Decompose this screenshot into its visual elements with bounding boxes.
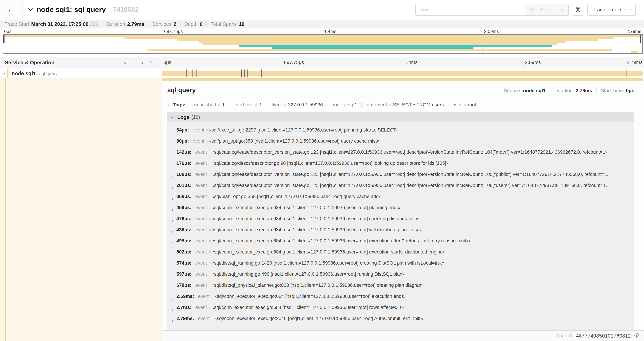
back-button[interactable]: ←	[0, 0, 22, 19]
log-row[interactable]: 678μs:event=‹sql/distsql_physical_planne…	[171, 282, 631, 293]
trace-meta-item: Trace StartMarch 31 2022, 17:25:09.326	[4, 21, 98, 27]
tags-label: Tags:	[173, 102, 186, 108]
top-controls: × ⌘ Trace Timeline	[415, 0, 636, 20]
log-event-tick	[247, 70, 248, 78]
log-row[interactable]: 80μs:event=‹sql/plan_opt.go:358 [nsql1,c…	[171, 138, 631, 149]
minimap-span-bar	[631, 51, 638, 53]
axis-tick-label: 697.75μs	[284, 60, 304, 65]
logs-toggle-header[interactable]: Logs (18)	[168, 112, 634, 122]
log-expand-icon	[171, 286, 173, 289]
log-expand-icon	[171, 209, 173, 211]
log-row[interactable]: 201μs:event=‹sql/catalog/lease/descripto…	[171, 183, 631, 194]
log-event-tick	[246, 70, 246, 78]
log-row[interactable]: 2.79ms:event=‹sql/conn_executor_exec.go:…	[171, 316, 631, 327]
log-row[interactable]: 459μs:event=‹sql/conn_executor_exec.go:6…	[171, 205, 631, 216]
keyboard-shortcuts-button[interactable]: ⌘	[572, 4, 584, 16]
log-row[interactable]: 176μs:event=‹sql/catalog/descs/descripto…	[171, 160, 631, 172]
collapse-one-icon[interactable]	[125, 62, 127, 64]
span-detail-meta: Service:node sql1Duration:2.79msStart Ti…	[504, 88, 634, 93]
span-id-footer: SpanID: 4877749850101760812	[162, 330, 644, 341]
logs-label: Logs	[177, 114, 189, 120]
axis-tick-label: 2.09ms	[484, 29, 499, 34]
trace-minimap: 0μs697.75μs1.4ms2.09ms2.79ms	[0, 29, 644, 54]
view-selector-label: Trace Timeline	[592, 7, 625, 13]
span-collapse-icon[interactable]	[2, 72, 5, 75]
back-arrow-icon: ←	[7, 6, 15, 13]
log-row[interactable]: 2.69ms:event=‹sql/conn_executor_exec.go:…	[171, 293, 631, 305]
trace-meta-item: Total Spans10	[210, 21, 244, 27]
log-expand-icon	[171, 231, 173, 233]
span-service-name: node sql1	[12, 71, 36, 76]
log-expand-icon	[171, 253, 173, 256]
log-row[interactable]: 495μs:event=‹sql/conn_executor_exec.go:6…	[171, 238, 631, 249]
log-row[interactable]: 486μs:event=‹sql/conn_executor_exec.go:6…	[171, 227, 631, 238]
minimap-span-bar	[177, 39, 598, 41]
log-event-tick	[176, 70, 176, 78]
detail-meta-value: node sql1	[523, 88, 546, 93]
span-operation-name: sql query	[39, 71, 58, 76]
meta-divider	[206, 22, 207, 27]
deep-link-icon[interactable]	[633, 333, 639, 339]
span-duration-bar[interactable]	[162, 71, 642, 76]
axis-tick-label: 697.75μs	[164, 29, 183, 34]
meta-divider	[102, 22, 102, 27]
span-row-name-cell[interactable]: node sql1 sql query	[0, 69, 162, 78]
span-row-track[interactable]	[162, 69, 644, 78]
expand-one-icon[interactable]	[133, 62, 135, 64]
log-row[interactable]: 142μs:event=‹sql/catalog/lease/descripto…	[171, 149, 631, 160]
log-row[interactable]: 2.7ms:event=‹sql/conn_executor_exec.go:6…	[171, 305, 631, 316]
meta-divider	[596, 88, 596, 93]
log-expand-icon	[171, 220, 173, 222]
minimap-span-bar	[239, 45, 552, 47]
top-bar: ← node sql1: sql query 7418682 × ⌘ Tr	[0, 0, 644, 20]
log-event-tick	[241, 70, 242, 78]
detail-meta-value: 2.79ms	[576, 88, 592, 93]
span-detail-card: sql query Service:node sql1Duration:2.79…	[167, 81, 634, 339]
log-event-tick	[168, 70, 168, 78]
prev-result-icon[interactable]	[538, 6, 545, 13]
log-row[interactable]: 34μs:event=‹sql/exec_util.go:2297 [nsql1…	[171, 127, 631, 138]
span-detail-panel: sql query Service:node sql1Duration:2.79…	[162, 78, 644, 341]
log-row[interactable]: 366μs:event=‹sql/plan_opt.go:358 [nsql1,…	[171, 194, 631, 205]
log-row[interactable]: 476μs:event=‹sql/conn_executor_exec.go:6…	[171, 216, 631, 227]
log-event-tick	[225, 70, 226, 78]
tags-toggle-row[interactable]: Tags: _unfinished=1_verbose=1client=127.…	[167, 102, 634, 108]
log-row[interactable]: 574μs:event=‹sql/distsql_running.go:1420…	[171, 260, 631, 271]
minimap-right-drag-handle[interactable]	[640, 35, 641, 43]
scroll-to-match-icon[interactable]	[528, 6, 535, 13]
next-result-icon[interactable]	[548, 6, 555, 13]
trace-meta-item: Duration2.79ms	[106, 21, 144, 27]
clear-find-icon[interactable]: ×	[558, 6, 565, 13]
detail-meta-label: Start Time:	[601, 88, 624, 93]
trace-meta-bar: Trace StartMarch 31 2022, 17:25:09.326Du…	[0, 20, 644, 29]
tag-pill: user=root	[448, 102, 480, 108]
axis-tick-label: 2.79ms	[627, 60, 642, 65]
view-selector-button[interactable]: Trace Timeline	[588, 4, 636, 16]
log-event-tick	[261, 70, 262, 78]
minimap-axis: 0μs697.75μs1.4ms2.09ms2.79ms	[3, 29, 642, 34]
log-expand-icon	[171, 297, 173, 300]
trace-title: node sql1: sql query	[37, 6, 106, 14]
trace-title-group[interactable]: node sql1: sql query 7418682	[29, 6, 139, 14]
minimap-left-drag-handle[interactable]	[3, 35, 4, 43]
log-expand-icon	[171, 153, 173, 156]
find-buttons: ×	[525, 4, 568, 16]
span-row[interactable]: node sql1 sql query	[0, 69, 644, 78]
axis-tick-label: 0μs	[164, 60, 172, 65]
log-row[interactable]: 502μs:event=‹sql/conn_executor_exec.go:6…	[171, 249, 631, 260]
find-input[interactable]	[416, 4, 525, 16]
expand-all-icon[interactable]	[149, 62, 152, 64]
log-expand-icon	[171, 187, 173, 189]
axis-tick-label: 1.4ms	[324, 29, 336, 34]
log-event-tick	[643, 70, 643, 78]
column-resizer-handle[interactable]	[158, 60, 159, 65]
trace-collapse-icon[interactable]	[28, 7, 33, 11]
minimap-span-bar	[199, 41, 566, 43]
log-row[interactable]: 597μs:event=‹sql/distsql_running.go:498 …	[171, 271, 631, 282]
tag-pill: node=sql1	[327, 102, 361, 108]
minimap-canvas[interactable]	[3, 34, 642, 54]
log-event-tick	[248, 70, 249, 78]
tag-pill: statement=SELECT * FROM users	[361, 102, 448, 108]
collapse-all-icon[interactable]	[141, 61, 143, 64]
log-row[interactable]: 189μs:event=‹sql/catalog/lease/descripto…	[171, 172, 631, 183]
